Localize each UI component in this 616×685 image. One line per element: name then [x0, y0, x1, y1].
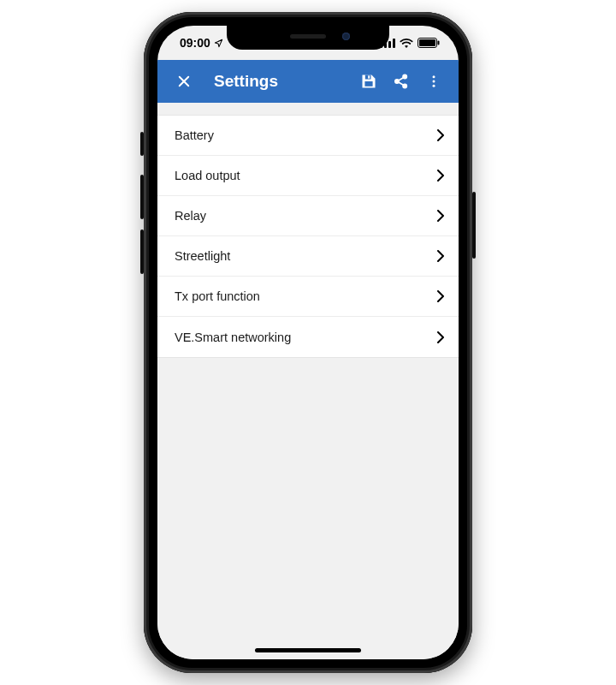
settings-row-load-output[interactable]: Load output: [157, 156, 459, 196]
svg-rect-5: [419, 39, 435, 46]
side-button-volume-up: [140, 175, 144, 219]
app-bar: Settings: [157, 60, 459, 103]
share-icon: [393, 73, 410, 90]
svg-point-12: [395, 80, 399, 83]
svg-rect-10: [368, 75, 370, 78]
battery-icon: [418, 38, 440, 48]
row-label: Streetlight: [175, 249, 230, 263]
svg-point-19: [433, 85, 435, 87]
svg-point-14: [403, 84, 406, 87]
settings-row-battery[interactable]: Battery: [157, 116, 459, 156]
chevron-right-icon: [436, 170, 445, 182]
svg-rect-2: [388, 41, 391, 48]
overflow-button[interactable]: [418, 65, 450, 98]
side-button-mute: [140, 132, 144, 156]
settings-list: Battery Load output Rela: [157, 115, 459, 358]
row-label: Tx port function: [175, 289, 260, 303]
content-area: Battery Load output Rela: [157, 103, 459, 659]
wifi-icon: [400, 38, 413, 48]
more-vertical-icon: [426, 74, 441, 89]
settings-row-vesmart[interactable]: VE.Smart networking: [157, 317, 459, 357]
phone-notch: [227, 26, 389, 50]
location-icon: [214, 39, 223, 48]
row-label: VE.Smart networking: [175, 331, 291, 344]
chevron-right-icon: [436, 129, 445, 141]
side-button-right: [472, 192, 476, 259]
status-time: 09:00: [180, 36, 210, 50]
row-label: Load output: [175, 169, 240, 182]
svg-line-15: [399, 78, 404, 80]
chevron-right-icon: [436, 250, 445, 262]
home-indicator[interactable]: [255, 648, 361, 652]
chevron-right-icon: [436, 210, 445, 222]
chevron-right-icon: [436, 290, 445, 302]
svg-rect-6: [438, 41, 440, 45]
svg-point-18: [433, 80, 435, 83]
settings-row-relay[interactable]: Relay: [157, 196, 459, 236]
svg-line-16: [399, 82, 404, 85]
svg-point-13: [403, 74, 406, 78]
phone-frame: 09:00: [144, 12, 472, 673]
save-button[interactable]: [352, 65, 385, 98]
svg-rect-11: [364, 81, 372, 86]
settings-row-streetlight[interactable]: Streetlight: [157, 236, 459, 277]
settings-row-tx-port[interactable]: Tx port function: [157, 277, 459, 317]
close-button[interactable]: [168, 65, 200, 98]
page-title: Settings: [200, 72, 352, 91]
phone-screen: 09:00: [157, 26, 459, 659]
save-icon: [360, 73, 377, 90]
svg-rect-3: [393, 39, 395, 48]
side-button-volume-dn: [140, 229, 144, 274]
svg-point-17: [433, 75, 435, 78]
close-icon: [176, 74, 192, 89]
chevron-right-icon: [436, 331, 445, 343]
row-label: Battery: [175, 128, 214, 142]
row-label: Relay: [175, 209, 206, 223]
share-button[interactable]: [385, 65, 418, 98]
